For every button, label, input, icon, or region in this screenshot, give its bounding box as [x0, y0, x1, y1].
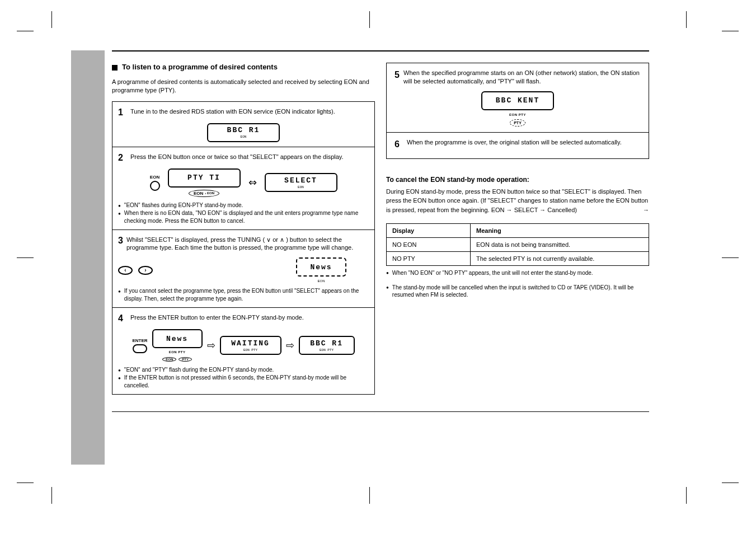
cancel-footnote: The stand-by mode will be cancelled when…: [386, 284, 649, 299]
page-content: To listen to a programme of desired cont…: [112, 50, 649, 412]
pty-pill: PTY: [179, 357, 192, 362]
double-arrow-icon: ⇔: [248, 177, 257, 188]
crop-mark: [17, 257, 34, 258]
table-cell: EON data is not being transmitted.: [471, 238, 649, 252]
lcd-text: PTY TI: [187, 174, 220, 182]
eon-button-figure: EON: [150, 175, 160, 191]
lcd-text: BBC R1: [310, 339, 343, 348]
bullet-item: "EON" flashes during EON-PTY stand-by mo…: [118, 202, 369, 209]
step-text: Tune in to the desired RDS station with …: [130, 107, 335, 116]
crop-mark: [51, 487, 52, 504]
lcd-sub: EON: [298, 185, 304, 189]
step-number: 1: [118, 107, 127, 118]
arrow-right-icon: ⇨: [207, 340, 215, 350]
table-header: Meaning: [471, 224, 649, 238]
eon-pill: EON: [162, 357, 176, 362]
crop-mark: [17, 483, 34, 483]
step-box-1: 1 Tune in to the desired RDS station wit…: [112, 101, 375, 147]
arrow-right-icon: ⇨: [286, 340, 294, 350]
lcd-sub: EON PTY: [243, 348, 257, 352]
step-number: 2: [118, 153, 127, 163]
bullet-item: "EON" and "PTY" flash during the EON-PTY…: [118, 366, 369, 374]
crop-mark: [17, 31, 34, 31]
cancel-text: During EON stand-by mode, press the EON …: [386, 187, 649, 215]
eon-pill: EON› EON: [189, 190, 219, 197]
step-text: When the programme is over, the original…: [407, 138, 622, 147]
pty-flash-icon: PTY: [510, 119, 525, 127]
step-box-4: 4 Press the ENTER button to enter the EO…: [112, 308, 375, 395]
enter-button-figure: ENTER: [132, 338, 147, 353]
step-box-2: 2 Press the EON button once or twice so …: [112, 147, 375, 230]
left-column: To listen to a programme of desired cont…: [112, 63, 375, 395]
step-text: Press the ENTER button to enter the EON-…: [130, 313, 304, 322]
sidebar-grey-strip: [71, 50, 105, 465]
eon-button-label: EON: [150, 175, 159, 180]
bullet-item: When there is no EON data, "NO EON" is d…: [118, 209, 369, 225]
step-text: When the specified programme starts on a…: [403, 69, 641, 86]
square-bullet-icon: [112, 65, 118, 71]
lcd-display: BBC R1 EON PTY: [299, 336, 355, 355]
crop-mark: [51, 11, 52, 28]
lcd-display: WAITING EON PTY: [220, 336, 281, 355]
section-title: To listen to a programme of desired cont…: [122, 63, 278, 72]
lcd-display: BBC R1 EON: [207, 123, 280, 142]
lcd-display: PTY TI: [168, 168, 241, 188]
oval-button-icon: [133, 344, 147, 353]
crop-mark: [722, 483, 739, 483]
lcd-sub: EON: [317, 279, 325, 283]
lcd-display: BBC KENT: [481, 91, 554, 110]
table-cell: NO PTY: [387, 252, 471, 266]
arrow-right-small-icon: →: [643, 205, 649, 215]
lcd-text: SELECT: [284, 176, 317, 185]
cancel-heading: To cancel the EON stand-by mode operatio…: [386, 176, 649, 184]
tuning-up-button-icon: ›: [138, 266, 153, 275]
bullet-item: If the ENTER button is not pressed withi…: [118, 374, 369, 390]
bullet-item: If you cannot select the programme type,…: [118, 287, 369, 303]
table-cell: NO EON: [387, 238, 471, 252]
right-step-box: 5 When the specified programme starts on…: [386, 63, 649, 159]
crop-mark: [369, 11, 370, 28]
lcd-sub: EON PTY: [320, 348, 334, 352]
table-footnote: When "NO EON" or "NO PTY" appears, the u…: [386, 269, 649, 277]
crop-mark: [686, 487, 687, 504]
crop-mark: [686, 11, 687, 28]
lcd-display: News: [296, 257, 346, 277]
lcd-text: WAITING: [231, 339, 270, 348]
lcd-display: SELECT EON: [265, 173, 337, 192]
lcd-text: News: [310, 263, 332, 271]
step-box-3: 3 Whilst "SELECT" is displayed, press th…: [112, 230, 375, 308]
crop-mark: [722, 31, 739, 31]
lcd-display: News: [152, 329, 203, 348]
lcd-text: BBC KENT: [496, 96, 539, 106]
section-subtitle: A programme of desired contents is autom…: [112, 78, 375, 95]
lcd-text: BBC R1: [227, 126, 260, 134]
step-text: Press the EON button once or twice so th…: [130, 153, 344, 161]
step-number: 5: [395, 69, 400, 81]
eon-sub-icon: › EON: [205, 191, 214, 195]
lcd-sub: EON: [241, 135, 247, 139]
step-number: 3: [118, 236, 123, 246]
table-cell: The selected PTY is not currently availa…: [471, 252, 649, 266]
step-number: 6: [395, 138, 403, 151]
circle-icon: [150, 181, 160, 191]
step-text: Whilst "SELECT" is displayed, press the …: [126, 236, 369, 252]
crop-mark: [722, 257, 739, 258]
step-number: 4: [118, 313, 127, 324]
table-header: Display: [387, 224, 471, 238]
rule-bottom: [112, 411, 649, 412]
lcd-text: News: [166, 335, 188, 343]
enter-button-label: ENTER: [132, 338, 147, 343]
right-column: 5 When the specified programme starts on…: [386, 63, 649, 395]
eonpty-label: EON PTY: [509, 113, 526, 117]
pill-text: EON: [194, 191, 203, 196]
crop-mark: [369, 487, 370, 504]
eonpty-label: EON PTY: [169, 350, 186, 354]
tuning-down-button-icon: ‹: [118, 266, 133, 275]
cancel-text-body: During EON stand-by mode, press the EON …: [386, 188, 648, 213]
meaning-table: Display Meaning NO EON EON data is not b…: [386, 223, 649, 266]
rule-top: [112, 50, 649, 51]
